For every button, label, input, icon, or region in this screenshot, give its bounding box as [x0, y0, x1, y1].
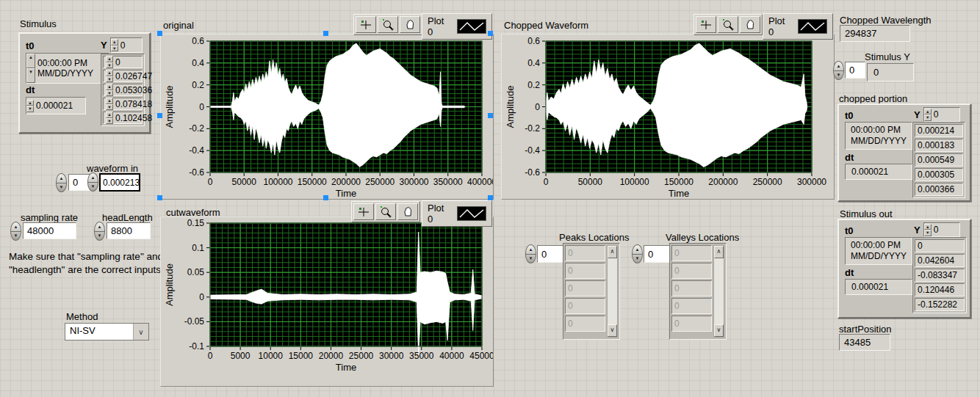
peaks-index-spinner[interactable]: ▲▼ [525, 244, 536, 263]
y-index-control[interactable]: ▲▼ 0 [110, 37, 143, 53]
spinner-up-icon[interactable]: ▲ [26, 100, 34, 106]
original-graph-plot[interactable]: 0500001000001500002000002500003000003500… [161, 34, 493, 199]
scroll-down-icon[interactable]: ∨ [714, 324, 724, 337]
selection-handle[interactable] [488, 195, 493, 200]
y-index-value[interactable]: 0 [934, 109, 939, 120]
stimulus-y-value-indicator: 0 [867, 63, 914, 81]
original-graph-legend[interactable]: Plot 0 [422, 13, 492, 40]
y-index-control[interactable]: ▲▼ 0 [923, 222, 960, 237]
array-element[interactable]: ▲▼0.053036 [103, 84, 143, 96]
sampling-rate-field[interactable]: 48000 [23, 222, 76, 239]
selection-handle[interactable] [157, 31, 162, 36]
valleys-array-scrollbar[interactable]: ∧ ∨ [713, 245, 724, 338]
selection-handle[interactable] [323, 31, 328, 36]
pan-tool-button[interactable] [397, 203, 418, 220]
spinner[interactable]: ▲▼ [106, 70, 113, 82]
array-element: 0.000366 [915, 183, 963, 196]
chopped-graph-legend[interactable]: Plot 0 [763, 13, 833, 40]
timestamp-spinner[interactable]: ▲▼ [26, 54, 35, 83]
dt-spinner[interactable]: ▲▼ [26, 100, 34, 112]
svg-text:-0.4: -0.4 [525, 145, 540, 156]
array-element[interactable]: ▲▼0 [103, 56, 143, 68]
array-element: 0 [565, 298, 605, 314]
spinner[interactable]: ▲▼ [106, 112, 113, 124]
selection-handle[interactable] [488, 31, 493, 36]
zoom-tool-button[interactable] [718, 16, 738, 33]
spinner-down-icon[interactable]: ▼ [26, 106, 34, 112]
chopped-wavelength-indicator: 294837 [840, 25, 910, 42]
plot-sample-icon[interactable] [457, 19, 486, 34]
selection-handle[interactable] [323, 195, 328, 200]
sampling-rate-spinner[interactable]: ▲▼ [10, 222, 21, 241]
index-spinner[interactable]: ▲▼ [111, 39, 118, 51]
pan-tool-button[interactable] [740, 16, 760, 33]
plot-sample-icon[interactable] [798, 19, 827, 34]
zoom-tool-button[interactable] [378, 16, 398, 33]
plot-sample-icon[interactable] [457, 206, 486, 221]
cut-graph-plot[interactable]: 0500010000150002000025000300003500040000… [161, 217, 493, 386]
dt-value[interactable]: 0.000021 [36, 101, 73, 111]
scroll-down-icon[interactable]: ∨ [608, 324, 617, 337]
dt-control[interactable]: ▲▼ 0.000021 [26, 97, 86, 114]
cut-graph-legend[interactable]: Plot 0 [422, 200, 492, 227]
cursor-tool-button[interactable] [696, 16, 716, 33]
array-element[interactable]: ▲▼0.102458 [103, 112, 143, 124]
stimulus-y-index-spinner[interactable]: ▲▼ [833, 61, 844, 80]
spinner[interactable]: ▲▼ [106, 84, 113, 96]
spinner[interactable]: ▲▼ [106, 56, 113, 68]
index-spinner[interactable]: ▲▼ [924, 109, 932, 121]
svg-text:50000: 50000 [578, 177, 603, 187]
spinner-down-icon: ▼ [635, 256, 640, 261]
valleys-index-field[interactable]: 0 [644, 245, 670, 263]
peaks-array-scrollbar[interactable]: ∧ ∨ [607, 245, 618, 338]
spinner-up-icon[interactable]: ▲ [26, 54, 35, 68]
array-element[interactable]: ▲▼0.078418 [103, 98, 143, 110]
headlength-spinner[interactable]: ▲▼ [94, 222, 105, 241]
t0-date-value[interactable]: MM/DD/YYYY [37, 68, 93, 79]
zoom-tool-button[interactable] [375, 203, 396, 220]
legend-plot-name[interactable]: Plot 0 [428, 203, 450, 225]
peaks-index-field[interactable]: 0 [537, 245, 563, 263]
chopped-graph-palette [693, 14, 763, 35]
y-index-value[interactable]: 0 [120, 40, 126, 51]
waveform-in-value-field[interactable]: 0.000213 [99, 173, 140, 192]
scroll-up-icon[interactable]: ∧ [608, 246, 617, 258]
valleys-index-spinner[interactable]: ▲▼ [632, 244, 643, 263]
cursor-tool-button[interactable] [353, 203, 374, 220]
y-index-value[interactable]: 0 [934, 225, 939, 235]
method-selected-value[interactable]: NI-SV [65, 324, 133, 340]
hand-icon [745, 19, 756, 30]
waveform-in-index-spinner[interactable]: ▲▼ [56, 173, 67, 192]
svg-text:0.15: 0.15 [187, 218, 205, 228]
svg-text:150000: 150000 [664, 177, 693, 187]
legend-plot-name[interactable]: Plot 0 [768, 15, 791, 37]
selection-handle[interactable] [488, 113, 493, 118]
headlength-field[interactable]: 8800 [107, 222, 151, 239]
waveform-in-value-spinner[interactable]: ▲▼ [87, 172, 98, 192]
array-element[interactable]: ▲▼0.026747 [103, 70, 143, 82]
y-index-control[interactable]: ▲▼ 0 [923, 107, 960, 122]
svg-text:5000: 5000 [231, 351, 251, 361]
spinner-up-icon: ▲ [529, 247, 533, 252]
start-position-indicator: 43485 [839, 334, 890, 351]
chopped-portion-y-array: 0.0002140.0001830.0005490.0003050.000366 [912, 122, 965, 198]
svg-text:400000: 400000 [467, 177, 493, 187]
chevron-down-icon[interactable]: ∨ [133, 324, 148, 340]
selection-handle[interactable] [157, 113, 162, 118]
method-dropdown[interactable]: NI-SV ∨ [65, 323, 149, 340]
cursor-tool-button[interactable] [356, 16, 376, 33]
magnifier-icon [721, 19, 735, 31]
selection-handle[interactable] [157, 195, 162, 200]
svg-text:-0.1: -0.1 [189, 341, 204, 352]
spinner[interactable]: ▲▼ [106, 98, 113, 110]
stimulus-y-index-field[interactable]: 0 [845, 62, 865, 79]
t0-timestamp-control[interactable]: ▲▼ 00:00:00 PM MM/DD/YYYY [26, 53, 109, 84]
spinner-down-icon[interactable]: ▼ [26, 68, 35, 83]
pan-tool-button[interactable] [400, 16, 420, 33]
legend-plot-name[interactable]: Plot 0 [428, 15, 450, 37]
svg-text:350000: 350000 [433, 177, 463, 187]
index-spinner[interactable]: ▲▼ [924, 224, 932, 236]
scroll-up-icon[interactable]: ∧ [714, 246, 724, 258]
t0-time-value[interactable]: 00:00:00 PM [37, 58, 93, 68]
chopped-graph-plot[interactable]: 0500001000001500002000002500003000000.60… [502, 34, 834, 199]
